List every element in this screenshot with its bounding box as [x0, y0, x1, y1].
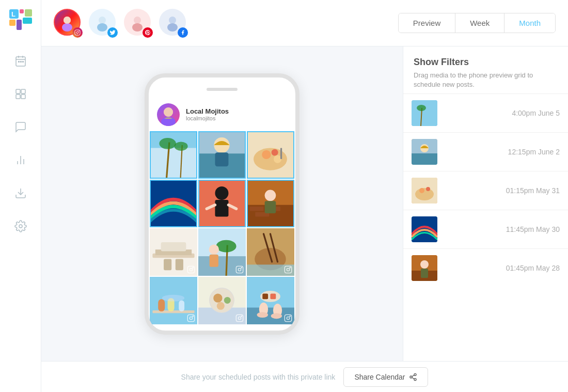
app-logo[interactable]: L — [8, 8, 33, 33]
svg-point-117 — [271, 313, 282, 319]
profile-info: Local Mojitos localmojitos — [186, 107, 229, 121]
scheduled-item-3[interactable]: 01:15pm May 31 — [403, 171, 568, 210]
svg-point-84 — [238, 268, 241, 271]
grid-cell-9[interactable] — [247, 228, 294, 276]
svg-rect-74 — [187, 266, 194, 273]
svg-rect-98 — [179, 300, 184, 311]
grid-cell-1[interactable] — [150, 131, 197, 179]
grid-cell-5[interactable] — [198, 180, 246, 227]
sidebar-item-analytics[interactable] — [11, 151, 30, 169]
twitter-badge — [107, 27, 118, 38]
svg-point-31 — [134, 17, 141, 24]
svg-rect-1 — [20, 9, 24, 13]
filters-title: Show Filters — [414, 57, 558, 68]
svg-rect-83 — [236, 266, 243, 273]
svg-rect-121 — [285, 315, 291, 321]
sidebar-item-media[interactable] — [11, 85, 30, 103]
account-instagram[interactable] — [54, 9, 83, 38]
svg-rect-15 — [21, 89, 25, 93]
account-facebook[interactable] — [159, 9, 188, 38]
sidebar-item-messages[interactable] — [11, 118, 30, 136]
scheduled-item-5[interactable]: 01:45pm May 28 — [403, 248, 568, 287]
scheduled-item-1[interactable]: 4:00pm June 5 — [403, 93, 568, 132]
svg-line-142 — [412, 378, 415, 379]
svg-point-111 — [241, 316, 242, 316]
svg-rect-11 — [18, 61, 20, 62]
svg-point-101 — [190, 317, 192, 319]
scheduled-thumb-3 — [412, 178, 437, 203]
right-panel: Show Filters Drag media to the phone pre… — [403, 46, 568, 361]
svg-point-29 — [99, 17, 106, 24]
svg-point-131 — [415, 188, 434, 200]
grid-cell-10-icon — [187, 314, 195, 322]
svg-line-143 — [412, 375, 415, 377]
svg-point-32 — [132, 23, 143, 32]
svg-point-22 — [19, 225, 22, 228]
share-calendar-label: Share Calendar — [354, 373, 405, 381]
svg-point-110 — [238, 317, 241, 319]
svg-point-93 — [290, 267, 290, 268]
phone-speaker — [207, 88, 238, 91]
grid-cell-9-icon — [284, 265, 292, 274]
svg-rect-5 — [23, 18, 32, 24]
view-preview-button[interactable]: Preview — [399, 13, 455, 33]
svg-point-51 — [272, 149, 278, 155]
sidebar-item-publish[interactable] — [11, 184, 30, 202]
photo-grid — [149, 130, 295, 325]
grid-cell-11[interactable] — [198, 277, 246, 324]
sidebar-item-settings[interactable] — [11, 217, 30, 236]
scheduled-item-4[interactable]: 11:45pm May 30 — [403, 210, 568, 248]
svg-rect-12 — [20, 61, 22, 62]
grid-cell-7-icon — [187, 265, 195, 274]
pinterest-badge — [143, 27, 153, 38]
svg-rect-138 — [421, 269, 428, 278]
svg-rect-2 — [25, 9, 32, 17]
grid-cell-8[interactable] — [198, 228, 246, 276]
svg-point-137 — [420, 260, 429, 269]
svg-point-52 — [274, 155, 281, 163]
svg-point-141 — [414, 378, 416, 380]
grid-cell-7[interactable] — [150, 228, 197, 276]
svg-point-133 — [426, 187, 430, 191]
svg-rect-3 — [9, 20, 15, 26]
grid-cell-3[interactable] — [247, 131, 294, 179]
sidebar-item-calendar[interactable] — [11, 52, 30, 70]
grid-cell-10[interactable] — [150, 277, 197, 324]
filters-subtitle: Drag media to the phone preview grid to … — [414, 71, 558, 89]
svg-rect-16 — [16, 95, 20, 99]
account-twitter[interactable] — [89, 9, 118, 38]
grid-cell-12[interactable] — [247, 277, 294, 324]
svg-rect-67 — [265, 201, 276, 213]
svg-point-116 — [257, 312, 268, 318]
scheduled-time-2: 12:15pm June 2 — [444, 148, 560, 156]
grid-cell-2[interactable] — [198, 131, 246, 179]
view-month-button[interactable]: Month — [504, 13, 555, 33]
share-calendar-button[interactable]: Share Calendar — [343, 367, 428, 387]
svg-rect-39 — [150, 148, 197, 179]
svg-point-41 — [159, 137, 176, 149]
grid-cell-6[interactable] — [247, 180, 294, 227]
content-area: Local Mojitos localmojitos — [41, 46, 568, 361]
scheduled-time-4: 11:45pm May 30 — [444, 225, 560, 233]
svg-point-81 — [209, 244, 219, 254]
svg-point-34 — [167, 23, 178, 32]
svg-point-57 — [215, 186, 228, 199]
scheduled-time-5: 01:45pm May 28 — [444, 264, 560, 272]
account-pinterest[interactable] — [124, 9, 153, 38]
phone-mockup: Local Mojitos localmojitos — [145, 73, 299, 335]
scheduled-item-2[interactable]: 12:15pm June 2 — [403, 132, 568, 171]
profile-handle: localmojitos — [186, 115, 229, 121]
view-week-button[interactable]: Week — [455, 13, 504, 33]
svg-point-30 — [97, 23, 107, 32]
preview-area: Local Mojitos localmojitos — [41, 46, 403, 361]
svg-point-24 — [62, 23, 72, 32]
svg-point-43 — [175, 142, 188, 150]
svg-rect-47 — [215, 152, 228, 166]
grid-cell-4[interactable] — [150, 180, 197, 227]
account-avatars — [54, 9, 390, 38]
scheduled-thumb-5 — [412, 255, 437, 281]
svg-rect-14 — [16, 89, 20, 93]
svg-point-75 — [190, 268, 192, 271]
main-content: Preview Week Month — [41, 0, 568, 392]
grid-cell-8-icon — [235, 265, 244, 274]
